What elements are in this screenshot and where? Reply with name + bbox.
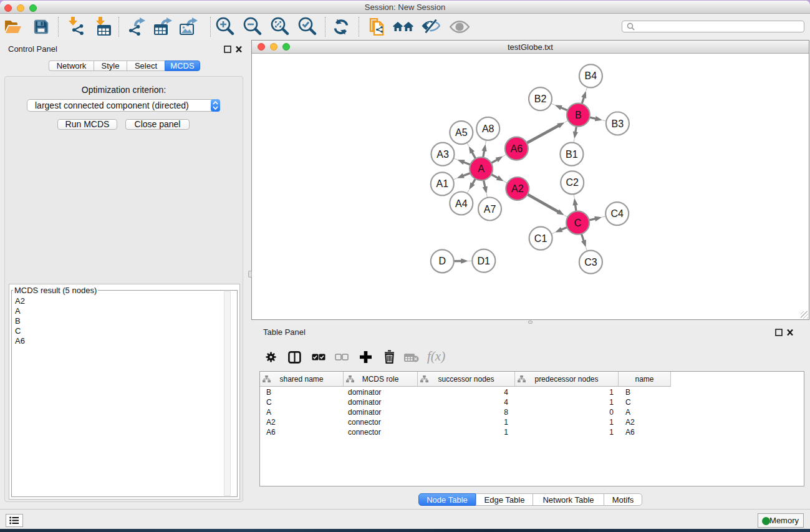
svg-text:C3: C3 <box>584 257 597 268</box>
svg-text:A8: A8 <box>482 123 494 134</box>
svg-text:A6: A6 <box>511 143 523 154</box>
svg-text:D: D <box>439 256 446 266</box>
svg-text:B: B <box>575 110 582 120</box>
svg-text:B3: B3 <box>612 118 624 129</box>
svg-text:C4: C4 <box>610 208 624 219</box>
svg-text:C1: C1 <box>534 233 547 244</box>
svg-text:C2: C2 <box>566 177 579 188</box>
svg-text:A2: A2 <box>511 183 524 194</box>
svg-text:A7: A7 <box>484 204 496 215</box>
svg-text:A3: A3 <box>436 149 449 160</box>
svg-text:A4: A4 <box>455 198 468 209</box>
svg-text:C: C <box>574 218 582 228</box>
svg-text:D1: D1 <box>478 256 491 266</box>
svg-text:B2: B2 <box>534 94 547 104</box>
svg-text:B1: B1 <box>566 149 578 160</box>
svg-text:A1: A1 <box>436 178 449 189</box>
svg-text:B4: B4 <box>585 70 597 81</box>
svg-text:A: A <box>478 163 485 174</box>
svg-text:A5: A5 <box>455 127 468 138</box>
